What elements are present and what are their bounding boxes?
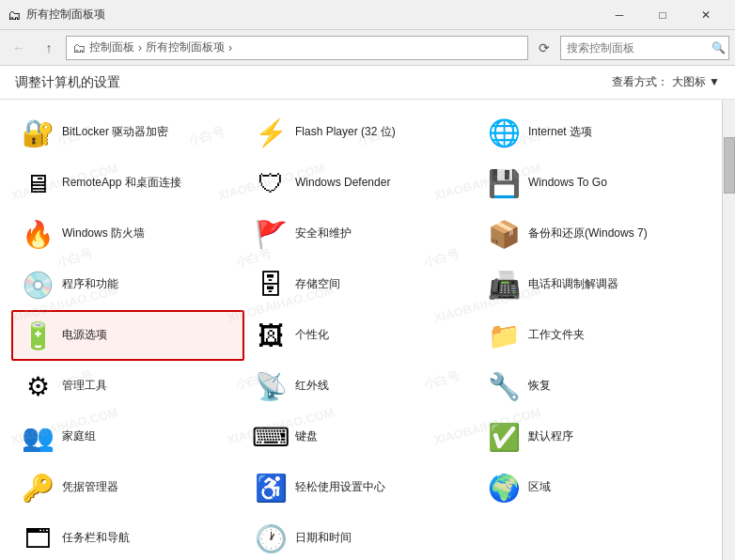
item-icon-workfolder: 📁 [487,319,521,352]
item-default[interactable]: ✅默认程序 [477,412,711,462]
item-label-wtg: Windows To Go [528,176,607,191]
item-label-ease: 轻松使用设置中心 [295,480,385,495]
scrollbar-thumb[interactable] [724,137,735,194]
items-grid: 🔐BitLocker 驱动器加密⚡Flash Player (32 位)🌐Int… [11,107,711,560]
item-phone[interactable]: 📠电话和调制解调器 [477,259,711,310]
item-label-bitlocker: BitLocker 驱动器加密 [62,125,168,140]
titlebar: 🗂 所有控制面板项 ─ □ ✕ [0,0,735,30]
item-label-region: 区域 [528,480,551,495]
item-taskbar[interactable]: 🗔任务栏和导航 [11,513,244,560]
item-personalize[interactable]: 🖼个性化 [244,310,477,361]
item-label-defender: Windows Defender [295,176,390,191]
addr-sep1: › [138,41,142,54]
maximize-button[interactable]: □ [641,0,684,30]
item-defender[interactable]: 🛡Windows Defender [244,158,477,209]
item-programs[interactable]: 💿程序和功能 [11,259,244,310]
subheader-title: 调整计算机的设置 [15,74,120,91]
item-icon-default: ✅ [487,420,521,454]
item-storage[interactable]: 🗄存储空间 [244,259,477,310]
addr-sep2: › [228,41,232,54]
item-label-keyboard: 键盘 [295,429,318,444]
minimize-button[interactable]: ─ [598,0,641,30]
item-credential[interactable]: 🔑凭据管理器 [11,462,244,513]
item-label-firewall: Windows 防火墙 [62,226,145,241]
item-label-admin: 管理工具 [62,379,107,394]
item-label-homegroup: 家庭组 [62,429,96,444]
item-icon-power: 🔋 [21,319,55,352]
item-icon-programs: 💿 [21,268,55,302]
item-recovery[interactable]: 🔧恢复 [477,361,711,412]
search-input[interactable] [567,41,708,54]
content-area: 小白号 小白号 小白号 小白号 XIAOBAIHAO.COM XIAOBAIHA… [0,100,722,560]
item-internet[interactable]: 🌐Internet 选项 [477,107,711,158]
item-homegroup[interactable]: 👥家庭组 [11,412,244,462]
item-wtg[interactable]: 💾Windows To Go [477,158,711,209]
window-controls: ─ □ ✕ [598,0,727,30]
item-label-remoteapp: RemoteApp 和桌面连接 [62,176,181,191]
item-icon-wtg: 💾 [487,166,521,200]
item-icon-taskbar: 🗔 [21,521,55,555]
item-datetime[interactable]: 🕐日期和时间 [244,513,477,560]
item-label-storage: 存储空间 [295,277,340,292]
item-workfolder[interactable]: 📁工作文件夹 [477,310,711,361]
item-label-personalize: 个性化 [295,328,329,343]
item-icon-infrared: 📡 [254,369,288,403]
item-label-recovery: 恢复 [528,379,551,394]
item-flash[interactable]: ⚡Flash Player (32 位) [244,107,477,158]
item-icon-phone: 📠 [487,268,521,302]
item-label-taskbar: 任务栏和导航 [62,531,130,546]
item-label-internet: Internet 选项 [528,125,592,140]
item-label-datetime: 日期和时间 [295,531,352,546]
item-label-security: 安全和维护 [295,226,352,241]
back-button[interactable]: ← [6,36,32,60]
item-label-default: 默认程序 [528,429,573,444]
item-icon-storage: 🗄 [254,268,288,302]
item-icon-firewall: 🔥 [21,217,55,251]
item-icon-homegroup: 👥 [21,420,55,454]
address-box[interactable]: 🗂 控制面板 › 所有控制面板项 › [66,36,528,60]
addr-path1: 控制面板 [89,39,134,55]
item-icon-admin: ⚙ [21,369,55,403]
item-icon-recovery: 🔧 [487,369,521,403]
item-backup[interactable]: 📦备份和还原(Windows 7) [477,209,711,259]
view-current[interactable]: 大图标 ▼ [672,74,720,90]
titlebar-icon: 🗂 [8,8,21,23]
item-icon-personalize: 🖼 [254,319,288,352]
item-icon-flash: ⚡ [254,116,288,149]
main-area: 小白号 小白号 小白号 小白号 XIAOBAIHAO.COM XIAOBAIHA… [0,100,735,560]
item-admin[interactable]: ⚙管理工具 [11,361,244,412]
item-region[interactable]: 🌍区域 [477,462,711,513]
item-keyboard[interactable]: ⌨键盘 [244,412,477,462]
item-ease[interactable]: ♿轻松使用设置中心 [244,462,477,513]
view-selector[interactable]: 查看方式： 大图标 ▼ [612,74,720,90]
item-icon-region: 🌍 [487,471,521,505]
item-icon-datetime: 🕐 [254,521,288,555]
item-icon-internet: 🌐 [487,116,521,149]
item-label-backup: 备份和还原(Windows 7) [528,226,648,241]
item-bitlocker[interactable]: 🔐BitLocker 驱动器加密 [11,107,244,158]
item-icon-backup: 📦 [487,217,521,251]
search-icon[interactable]: 🔍 [712,41,726,54]
refresh-button[interactable]: ⟳ [532,36,556,60]
item-label-flash: Flash Player (32 位) [295,125,396,140]
view-label: 查看方式： [612,74,668,90]
search-box[interactable]: 🔍 [560,36,729,60]
item-icon-remoteapp: 🖥 [21,166,55,200]
item-firewall[interactable]: 🔥Windows 防火墙 [11,209,244,259]
item-remoteapp[interactable]: 🖥RemoteApp 和桌面连接 [11,158,244,209]
item-label-power: 电源选项 [62,328,107,343]
item-label-workfolder: 工作文件夹 [528,328,585,343]
up-button[interactable]: ↑ [36,36,62,60]
titlebar-title: 所有控制面板项 [26,7,598,23]
item-icon-bitlocker: 🔐 [21,116,55,149]
item-icon-security: 🚩 [254,217,288,251]
scrollbar-track[interactable] [722,100,735,560]
item-security[interactable]: 🚩安全和维护 [244,209,477,259]
item-infrared[interactable]: 📡红外线 [244,361,477,412]
item-label-phone: 电话和调制解调器 [528,277,618,292]
addr-path2: 所有控制面板项 [146,39,225,55]
item-label-infrared: 红外线 [295,379,329,394]
close-button[interactable]: ✕ [684,0,727,30]
item-icon-defender: 🛡 [254,166,288,200]
item-power[interactable]: 🔋电源选项 [11,310,244,361]
